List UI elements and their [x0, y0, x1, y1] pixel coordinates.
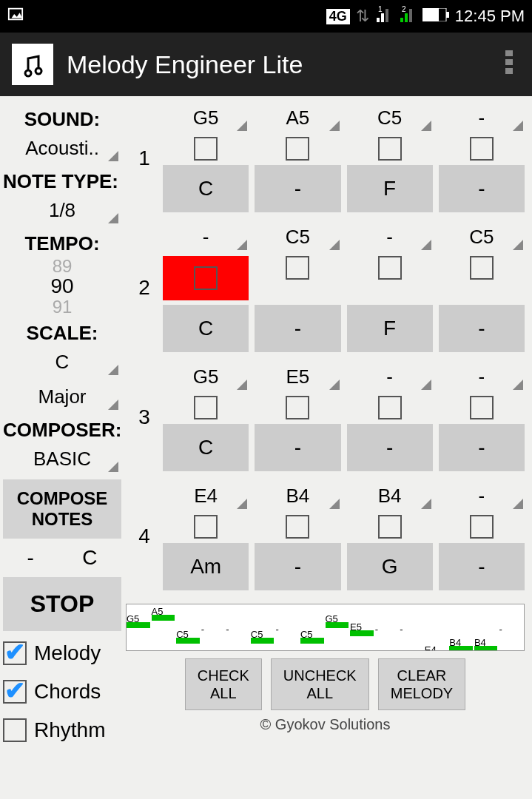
action-bar: Melody Engineer Lite — [0, 33, 532, 96]
picture-icon — [7, 7, 24, 26]
note-checkbox[interactable] — [255, 515, 340, 539]
pianoroll-label: - — [499, 624, 502, 635]
melody-checkbox-row[interactable]: Melody — [3, 641, 121, 665]
chord-button[interactable]: C — [163, 305, 249, 352]
clear-melody-button[interactable]: CLEAR MELODY — [378, 658, 465, 710]
chords-checkbox-row[interactable]: Chords — [3, 680, 121, 704]
pianoroll-label: A5 — [152, 606, 164, 617]
pianoroll-label: G5 — [127, 613, 139, 624]
note-spinner[interactable]: - — [347, 363, 433, 391]
composer-label: COMPOSER: — [3, 419, 121, 442]
checkbox-icon — [3, 641, 27, 665]
note-checkbox[interactable] — [439, 396, 525, 419]
note-checkbox[interactable] — [163, 137, 249, 161]
compose-notes-button[interactable]: COMPOSE NOTES — [3, 479, 121, 539]
tempo-wheel[interactable]: 89 90 91 — [3, 257, 121, 316]
note-checkbox[interactable] — [255, 256, 340, 300]
app-icon — [12, 44, 53, 85]
pianoroll-label: E5 — [350, 621, 362, 633]
note-spinner[interactable]: - — [347, 223, 433, 252]
sound-label: SOUND: — [3, 108, 121, 131]
note-checkbox[interactable] — [439, 515, 525, 539]
chord-button[interactable]: - — [439, 543, 525, 590]
chord-button[interactable]: G — [347, 543, 433, 590]
note-checkbox[interactable] — [347, 396, 433, 419]
checkbox-icon — [3, 718, 27, 742]
composer-spinner[interactable]: BASIC — [3, 443, 121, 475]
note-checkbox[interactable] — [255, 137, 340, 161]
pianoroll-label: C5 — [176, 629, 189, 640]
chord-button[interactable]: - — [439, 165, 525, 212]
chord-button[interactable]: Am — [163, 543, 249, 590]
tempo-value: 90 — [3, 275, 121, 297]
uncheck-all-button[interactable]: UNCHECK ALL — [271, 658, 369, 710]
chord-button[interactable]: - — [255, 165, 340, 212]
checkbox-label: Melody — [34, 641, 101, 665]
note-spinner[interactable]: E5 — [255, 363, 340, 391]
compose-status: - C — [3, 542, 121, 574]
note-spinner[interactable]: E4 — [163, 482, 249, 510]
check-all-button[interactable]: CHECK ALL — [185, 658, 262, 710]
note-checkbox[interactable] — [347, 515, 433, 539]
network-badge: 4G — [326, 9, 350, 24]
chord-button[interactable]: - — [255, 424, 340, 471]
note-checkbox[interactable] — [439, 256, 525, 300]
chord-button[interactable]: C — [163, 165, 249, 212]
note-spinner[interactable]: G5 — [163, 363, 249, 391]
note-grid: 1G5A5C5-C-F-2-C5-C5C-F-3G5E5--C---4E4B4B… — [126, 104, 525, 596]
chord-button[interactable]: - — [255, 305, 340, 352]
chord-button[interactable]: F — [347, 165, 433, 212]
checkbox-label: Chords — [34, 680, 101, 704]
pianoroll-label: C5 — [251, 629, 263, 640]
stop-button[interactable]: STOP — [3, 577, 121, 631]
note-checkbox[interactable] — [163, 515, 249, 539]
note-checkbox[interactable] — [347, 256, 433, 300]
note-checkbox[interactable] — [163, 256, 249, 300]
pianoroll-label: - — [375, 624, 378, 635]
note-spinner[interactable]: - — [439, 363, 525, 391]
scale-mode-spinner[interactable]: Major — [3, 381, 121, 413]
tempo-prev: 89 — [3, 257, 121, 275]
rhythm-checkbox-row[interactable]: Rhythm — [3, 718, 121, 742]
svg-rect-3 — [381, 13, 384, 22]
svg-rect-13 — [18, 50, 47, 79]
note-spinner[interactable]: - — [439, 482, 525, 510]
pianoroll-label: - — [226, 624, 229, 635]
row-number: 3 — [126, 405, 163, 429]
pianoroll-label: B4 — [449, 637, 461, 648]
note-spinner[interactable]: A5 — [255, 104, 340, 132]
status-time: 12:45 PM — [455, 7, 525, 26]
svg-rect-4 — [385, 9, 388, 22]
chord-button[interactable]: F — [347, 305, 433, 352]
pianoroll-label: B4 — [474, 637, 486, 648]
note-spinner[interactable]: - — [439, 104, 525, 132]
note-spinner[interactable]: B4 — [347, 482, 433, 510]
chord-button[interactable]: C — [163, 424, 249, 471]
pianoroll-label: - — [275, 624, 278, 635]
sound-spinner[interactable]: Acousti.. — [3, 132, 121, 164]
chord-button[interactable]: - — [347, 424, 433, 471]
notetype-spinner[interactable]: 1/8 — [3, 195, 121, 226]
note-checkbox[interactable] — [347, 137, 433, 161]
svg-marker-1 — [12, 13, 23, 18]
svg-text:2: 2 — [402, 6, 406, 13]
tempo-next: 91 — [3, 297, 121, 316]
note-spinner[interactable]: B4 — [255, 482, 340, 510]
compose-status-right: C — [82, 546, 97, 570]
note-spinner[interactable]: G5 — [163, 104, 249, 132]
note-spinner[interactable]: C5 — [347, 104, 433, 132]
notetype-label: NOTE TYPE: — [3, 170, 121, 193]
note-spinner[interactable]: C5 — [255, 223, 340, 252]
note-checkbox[interactable] — [255, 396, 340, 419]
note-spinner[interactable]: C5 — [439, 223, 525, 252]
svg-text:1: 1 — [378, 6, 383, 13]
overflow-menu-icon[interactable] — [498, 41, 520, 88]
chord-button[interactable]: - — [255, 543, 340, 590]
note-checkbox[interactable] — [439, 137, 525, 161]
note-spinner[interactable]: - — [163, 223, 249, 252]
compose-status-left: - — [27, 546, 34, 570]
note-checkbox[interactable] — [163, 396, 249, 419]
chord-button[interactable]: - — [439, 305, 525, 352]
chord-button[interactable]: - — [439, 424, 525, 471]
scale-root-spinner[interactable]: C — [3, 346, 121, 378]
